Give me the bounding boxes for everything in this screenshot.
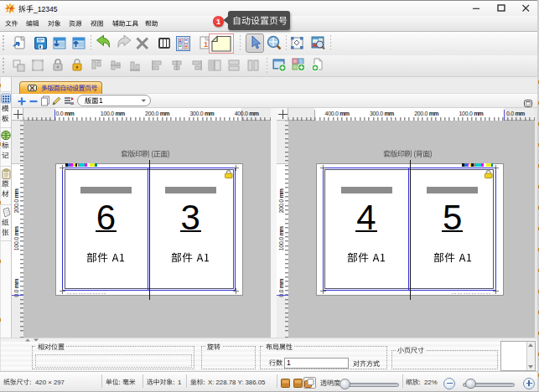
svg-text:1: 1: [204, 40, 208, 49]
